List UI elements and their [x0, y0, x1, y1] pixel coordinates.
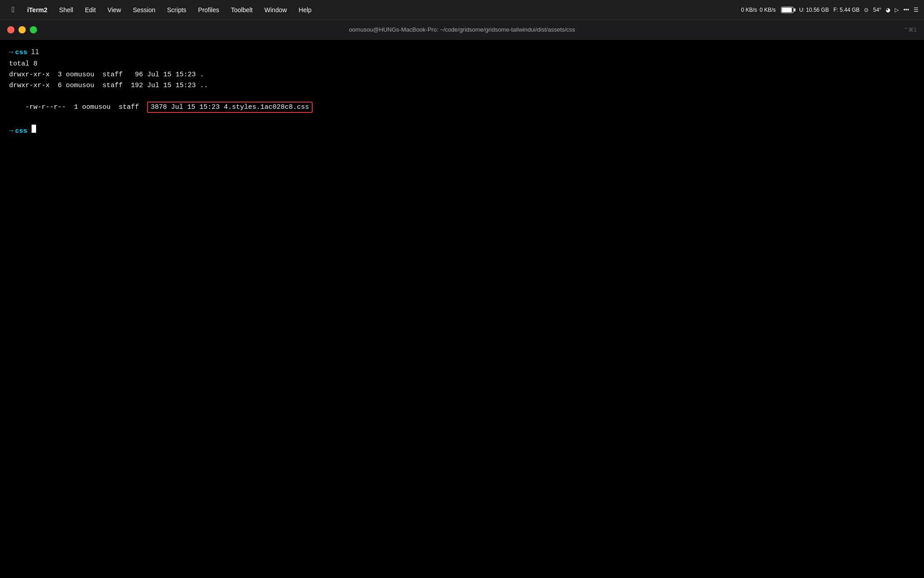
menu-window[interactable]: Window: [259, 5, 292, 15]
menu-shell[interactable]: Shell: [54, 5, 79, 15]
menu-scripts[interactable]: Scripts: [162, 5, 192, 15]
disk-free: F: 5.44 GB: [833, 7, 859, 13]
terminal-line-2: total 8: [9, 59, 915, 70]
prompt-dir-2: css: [15, 126, 28, 137]
highlighted-filename: 3878 Jul 15 15:23 4.styles.1ac028c8.css: [147, 102, 313, 113]
prompt-dir-1: css: [15, 47, 28, 58]
prompt-cmd-1: ll: [31, 47, 39, 58]
window-controls: [7, 26, 37, 33]
menu-help[interactable]: Help: [293, 5, 317, 15]
menu-iterm2[interactable]: iTerm2: [22, 5, 53, 15]
network-status: 0 KB/s 0 KB/s: [741, 7, 776, 13]
disk-f-label: F: 5.44 GB: [833, 7, 859, 13]
time-machine-icon: ⊙: [864, 7, 869, 13]
location-icon: ▷: [895, 7, 899, 13]
minimize-button[interactable]: [18, 26, 26, 33]
temperature-label: 54°: [873, 7, 881, 13]
battery-status: [780, 7, 795, 13]
menu-session[interactable]: Session: [127, 5, 161, 15]
menubar:  iTerm2 Shell Edit View Session Scripts…: [0, 0, 924, 20]
network-down-label: 0 KB/s: [760, 7, 776, 13]
battery-icon: [781, 7, 794, 13]
prompt-arrow-2: →: [9, 126, 14, 137]
titlebar: oomusou@HUNGs-MacBook-Pro: ~/code/gridso…: [0, 20, 924, 40]
menu-edit[interactable]: Edit: [79, 5, 101, 15]
terminal-line-1: → css ll: [9, 47, 915, 59]
menu-view[interactable]: View: [102, 5, 126, 15]
menu-extra-icon: ☰: [914, 7, 919, 13]
terminal-line-5: -rw-r--r-- 1 oomusou staff 3878 Jul 15 1…: [9, 91, 915, 124]
close-button[interactable]: [7, 26, 14, 33]
terminal-area[interactable]: → css ll total 8 drwxr-xr-x 3 oomusou st…: [0, 40, 924, 578]
menu-profiles[interactable]: Profiles: [193, 5, 225, 15]
disk-usage: U: 10.56 GB: [799, 7, 829, 13]
apple-logo-icon[interactable]: : [5, 5, 21, 14]
keyboard-shortcut-label: ⌃⌘1: [904, 27, 917, 33]
network-up-label: 0 KB/s: [741, 7, 757, 13]
terminal-cursor: [32, 125, 36, 133]
file-perms: -rw-r--r-- 1 oomusou staff: [25, 103, 147, 111]
more-icon: •••: [903, 7, 909, 13]
window-title: oomusou@HUNGs-MacBook-Pro: ~/code/gridso…: [349, 26, 575, 33]
maximize-button[interactable]: [30, 26, 37, 33]
menubar-left:  iTerm2 Shell Edit View Session Scripts…: [5, 5, 317, 15]
terminal-line-6: → css: [9, 125, 915, 137]
menubar-right: 0 KB/s 0 KB/s U: 10.56 GB F: 5.44 GB ⊙ 5…: [741, 7, 919, 13]
prompt-arrow-1: →: [9, 47, 14, 59]
disk-u-label: U: 10.56 GB: [799, 7, 829, 13]
menu-toolbelt[interactable]: Toolbelt: [226, 5, 258, 15]
wifi-icon: ◕: [886, 7, 890, 13]
terminal-line-4: drwxr-xr-x 6 oomusou staff 192 Jul 15 15…: [9, 80, 915, 91]
terminal-line-3: drwxr-xr-x 3 oomusou staff 96 Jul 15 15:…: [9, 70, 915, 80]
